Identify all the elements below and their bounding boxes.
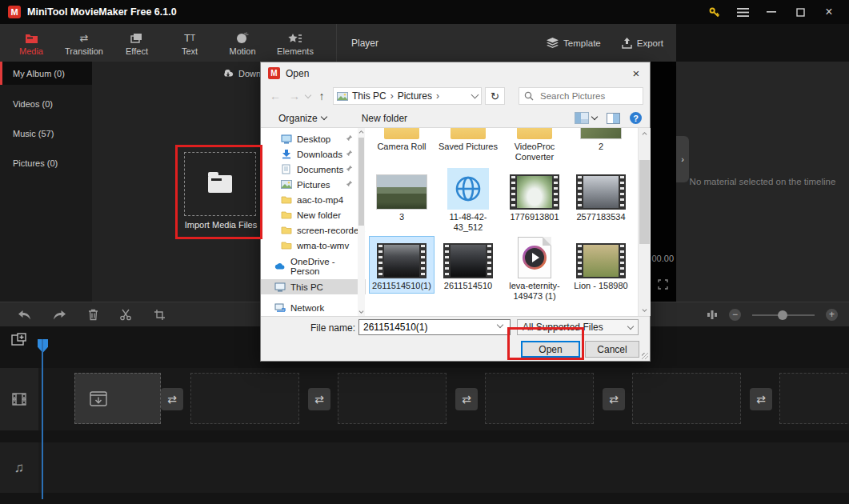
timeline-zoom-slider[interactable] bbox=[752, 314, 815, 316]
tab-media[interactable]: Media bbox=[8, 30, 54, 56]
scrollbar-thumb[interactable] bbox=[358, 138, 364, 226]
transition-slot-icon[interactable]: ⇄ bbox=[750, 388, 772, 410]
resize-grip[interactable] bbox=[642, 353, 648, 359]
transition-slot-icon[interactable]: ⇄ bbox=[308, 388, 330, 410]
audio-track[interactable] bbox=[38, 442, 849, 493]
clip-placeholder[interactable] bbox=[779, 373, 849, 424]
tab-elements[interactable]: Elements bbox=[272, 30, 318, 56]
tree-item-desktop[interactable]: Desktop bbox=[261, 131, 366, 146]
clip-placeholder[interactable] bbox=[74, 373, 161, 424]
scissors-icon[interactable] bbox=[120, 309, 132, 321]
file-item-selected[interactable]: 2611514510(1) bbox=[370, 237, 434, 293]
file-item[interactable]: 3 bbox=[370, 165, 434, 222]
close-icon[interactable]: × bbox=[819, 3, 839, 21]
redo-icon[interactable] bbox=[53, 310, 66, 321]
sidebar-item-my-album[interactable]: My Album (0) bbox=[0, 62, 92, 85]
sidebar-item-pictures[interactable]: Pictures (0) bbox=[0, 152, 92, 174]
tree-item-documents[interactable]: Documents bbox=[261, 162, 366, 177]
search-box[interactable] bbox=[519, 87, 643, 105]
menu-icon[interactable] bbox=[732, 3, 753, 21]
collapse-chevron-icon[interactable]: › bbox=[676, 136, 689, 182]
tree-item-onedrive[interactable]: OneDrive - Person bbox=[261, 258, 366, 274]
timeline-zoom-out-icon[interactable]: − bbox=[729, 309, 741, 321]
tab-text[interactable]: TT Text bbox=[166, 30, 213, 56]
file-item[interactable]: 1776913801 bbox=[503, 165, 567, 222]
tab-transition[interactable]: ⇄ Transition bbox=[61, 30, 107, 56]
transition-slot-icon[interactable]: ⇄ bbox=[161, 388, 183, 410]
file-item[interactable]: 2611514510 bbox=[436, 240, 500, 291]
preview-pane-icon[interactable] bbox=[607, 113, 620, 124]
annotation-open-highlight bbox=[507, 327, 584, 360]
export-button[interactable]: Export bbox=[622, 38, 663, 49]
crop-icon[interactable] bbox=[154, 309, 166, 321]
new-folder-button[interactable]: New folder bbox=[362, 113, 407, 124]
file-item[interactable]: leva-eternity-149473 (1) bbox=[503, 237, 567, 301]
organize-menu[interactable]: Organize bbox=[278, 113, 326, 124]
minimize-icon[interactable] bbox=[761, 3, 782, 21]
transition-slot-icon[interactable]: ⇄ bbox=[603, 388, 625, 410]
transition-slot-icon[interactable]: ⇄ bbox=[455, 388, 478, 410]
file-name-input[interactable] bbox=[358, 319, 511, 335]
dialog-close-icon[interactable]: × bbox=[623, 63, 650, 84]
help-icon[interactable]: ? bbox=[630, 112, 642, 124]
tree-item-folder[interactable]: aac-to-mp4 bbox=[261, 192, 366, 207]
tree-item-folder[interactable]: wma-to-wmv bbox=[261, 238, 366, 253]
change-view-button[interactable] bbox=[575, 112, 597, 124]
tree-item-network[interactable]: Network bbox=[261, 300, 366, 315]
tree-item-pictures[interactable]: Pictures bbox=[261, 177, 366, 192]
sidebar-item-music[interactable]: Music (57) bbox=[0, 122, 92, 144]
search-input[interactable] bbox=[539, 90, 630, 102]
export-label: Export bbox=[637, 38, 663, 48]
slider-handle[interactable] bbox=[778, 310, 787, 320]
tree-scrollbar[interactable] bbox=[358, 128, 365, 316]
empty-selection-message: No material selected on the timeline bbox=[676, 177, 849, 186]
recent-locations-chevron-icon[interactable] bbox=[305, 91, 311, 98]
breadcrumb[interactable]: This PC › Pictures › bbox=[333, 87, 482, 105]
timeline-zoom-in-icon[interactable]: + bbox=[826, 309, 838, 321]
video-track[interactable]: ⇄ ⇄ ⇄ ⇄ ⇄ bbox=[38, 368, 849, 430]
new-folder-label: New folder bbox=[362, 113, 407, 124]
sidebar-item-videos[interactable]: Videos (0) bbox=[0, 93, 92, 114]
image-thumbnail bbox=[447, 168, 489, 210]
register-key-icon[interactable] bbox=[703, 3, 724, 21]
file-label: 11-48-42-43_512 bbox=[437, 212, 500, 232]
scrollbar-thumb[interactable] bbox=[639, 160, 650, 244]
file-item[interactable]: Saved Pictures bbox=[436, 128, 500, 152]
fullscreen-icon[interactable] bbox=[658, 279, 668, 290]
zoom-fit-icon[interactable] bbox=[707, 310, 718, 320]
tree-item-this-pc[interactable]: This PC bbox=[261, 279, 366, 294]
delete-icon[interactable] bbox=[88, 309, 98, 321]
clip-placeholder[interactable] bbox=[632, 373, 741, 424]
tree-item-downloads[interactable]: Downloads bbox=[261, 146, 366, 162]
ribbon: Media ⇄ Transition Effect TT Text Motion bbox=[0, 24, 676, 62]
file-item[interactable]: Camera Roll bbox=[370, 128, 434, 152]
clip-placeholder[interactable] bbox=[338, 373, 447, 424]
cancel-button[interactable]: Cancel bbox=[585, 341, 639, 358]
add-track-icon[interactable] bbox=[11, 333, 27, 347]
breadcrumb-chevron-icon[interactable] bbox=[471, 91, 479, 99]
clip-placeholder[interactable] bbox=[485, 373, 594, 424]
clip-placeholder[interactable] bbox=[190, 373, 299, 424]
file-list-scrollbar[interactable] bbox=[638, 128, 651, 316]
folder-thumbnail bbox=[451, 128, 486, 139]
scroll-up-icon bbox=[642, 131, 647, 137]
tree-item-folder[interactable]: screen-recorder- bbox=[261, 222, 366, 238]
forward-icon[interactable]: → bbox=[286, 90, 302, 102]
maximize-icon[interactable] bbox=[790, 3, 811, 21]
tab-elements-label: Elements bbox=[277, 46, 314, 56]
file-item[interactable]: VideoProc Converter bbox=[503, 128, 567, 162]
refresh-icon[interactable]: ↻ bbox=[485, 87, 505, 105]
file-item[interactable]: 11-48-42-43_512 bbox=[436, 165, 500, 232]
up-icon[interactable]: ↑ bbox=[314, 90, 330, 102]
breadcrumb-this-pc[interactable]: This PC bbox=[352, 90, 386, 102]
file-item[interactable]: 2577183534 bbox=[569, 165, 633, 222]
file-item[interactable]: 2 bbox=[569, 128, 633, 152]
back-icon[interactable]: ← bbox=[267, 90, 283, 102]
tree-item-folder[interactable]: New folder bbox=[261, 207, 366, 222]
file-item[interactable]: Lion - 158980 bbox=[569, 240, 633, 291]
undo-icon[interactable] bbox=[18, 310, 31, 321]
tab-effect[interactable]: Effect bbox=[114, 30, 160, 56]
tab-motion[interactable]: Motion bbox=[219, 30, 266, 56]
template-button[interactable]: Template bbox=[547, 38, 601, 49]
breadcrumb-folder[interactable]: Pictures bbox=[398, 90, 432, 102]
